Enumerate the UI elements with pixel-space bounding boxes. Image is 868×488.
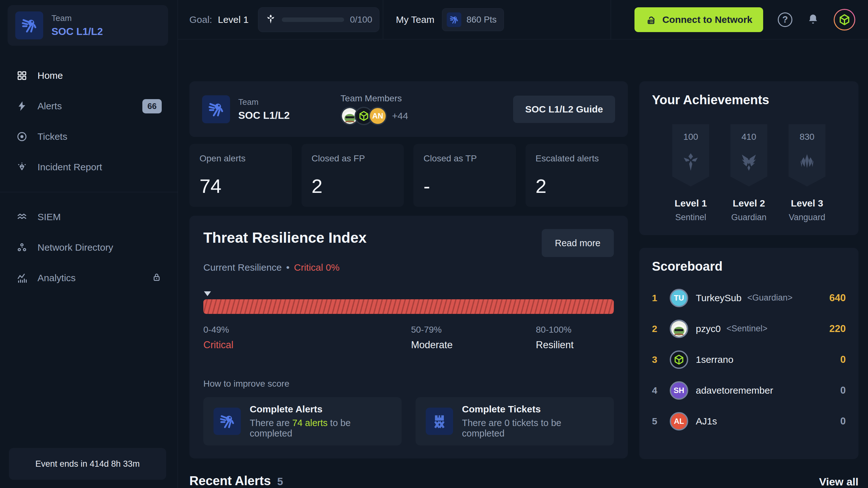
right-column: Your Achievements 100 Level 1 Sentinel — [639, 81, 859, 488]
team-points: 860 Pts — [466, 14, 497, 25]
recent-alerts-header: Recent Alerts 5 — [189, 474, 628, 488]
lock-icon — [152, 272, 162, 284]
tri-range: 0-49% — [203, 325, 234, 335]
scoreboard-row[interactable]: 3 1serrano 0 — [652, 344, 846, 375]
team-points-pill[interactable]: 860 Pts — [442, 8, 504, 31]
goal-label: Goal: — [189, 14, 212, 25]
achievement-level-3[interactable]: 830 Level 3 Vanguard — [782, 124, 832, 222]
team-label: Team — [238, 97, 290, 107]
threat-resilience-card: Threat Resilience Index Read more Curren… — [189, 216, 628, 458]
stat-open-alerts: Open alerts 74 — [189, 144, 292, 207]
team-bird-icon — [214, 407, 241, 435]
sidebar-item-label: Network Directory — [37, 242, 113, 253]
tri-state-moderate: Moderate — [411, 339, 453, 351]
scoreboard-card: Scoreboard 1 TU TurkeySub <Guardian> 640… — [639, 248, 859, 459]
notifications-bell-icon[interactable] — [807, 13, 819, 26]
stats-row: Open alerts 74 Closed as FP 2 Closed as … — [189, 144, 628, 207]
sidebar-nav: Home Alerts 66 Tickets Incident Report — [0, 60, 178, 293]
tri-position-marker — [204, 291, 211, 296]
content: Team SOC L1/L2 Team Members AN +44 SOC L… — [178, 39, 868, 488]
tri-status: Critical 0% — [294, 262, 339, 273]
event-countdown-text: Event ends in 414d 8h 33m — [35, 459, 140, 469]
topbar-actions: Connect to Network ? — [611, 0, 868, 39]
alerts-highlight: 74 alerts — [292, 418, 328, 428]
achievements-title: Your Achievements — [652, 93, 846, 107]
improve-score-label: How to improve score — [203, 379, 614, 389]
sentinel-emblem-icon — [680, 152, 701, 173]
chart-icon — [16, 272, 28, 284]
avatar: AL — [670, 412, 688, 430]
gem-icon — [16, 161, 28, 173]
topbar: Goal: Level 1 0/100 My Team 860 Pts — [178, 0, 868, 39]
team-guide-button[interactable]: SOC L1/L2 Guide — [513, 96, 615, 123]
tri-state-resilient: Resilient — [536, 339, 574, 351]
team-name: SOC L1/L2 — [238, 110, 290, 121]
complete-alerts-card[interactable]: Complete Alerts There are 74 alerts to b… — [203, 397, 402, 446]
recent-alerts-count: 5 — [277, 476, 283, 488]
tri-range-labels: 0-49% Critical 50-79% Moderate 80-100% R… — [203, 325, 614, 360]
achievement-banner: 830 — [788, 124, 826, 186]
main-area: Goal: Level 1 0/100 My Team 860 Pts — [178, 0, 868, 488]
sidebar-item-analytics[interactable]: Analytics — [0, 263, 178, 293]
sidebar-item-label: SIEM — [37, 212, 61, 222]
read-more-button[interactable]: Read more — [542, 229, 614, 257]
achievement-banner: 100 — [672, 124, 709, 186]
sidebar-item-network-directory[interactable]: Network Directory — [0, 232, 178, 263]
achievement-level-1[interactable]: 100 Level 1 Sentinel — [665, 124, 716, 222]
connect-to-network-button[interactable]: Connect to Network — [634, 7, 763, 32]
view-all-link[interactable]: View all — [639, 476, 859, 488]
stat-escalated: Escalated alerts 2 — [526, 144, 628, 207]
scoreboard-row[interactable]: 5 AL AJ1s 0 — [652, 406, 846, 436]
event-countdown: Event ends in 414d 8h 33m — [9, 448, 166, 480]
cube-avatar — [670, 350, 688, 369]
stat-closed-tp: Closed as TP - — [413, 144, 516, 207]
goal-progress-track — [282, 18, 344, 22]
member-avatar-initials[interactable]: AN — [369, 107, 387, 125]
sidebar-item-incident-report[interactable]: Incident Report — [0, 152, 178, 182]
cloud-server-icon — [645, 14, 657, 25]
goal-value: Level 1 — [218, 14, 249, 25]
sidebar-divider — [0, 192, 178, 192]
waves-icon — [16, 211, 28, 223]
sidebar-item-alerts[interactable]: Alerts 66 — [0, 91, 178, 121]
sidebar-team-card[interactable]: Team SOC L1/L2 — [8, 5, 168, 46]
goal-progress-count: 0/100 — [350, 14, 372, 25]
sidebar-item-label: Home — [37, 70, 63, 81]
goal-progress-pill[interactable]: 0/100 — [258, 7, 379, 32]
grid-icon — [16, 69, 28, 82]
sidebar-item-label: Incident Report — [37, 162, 102, 173]
sentinel-emblem-icon — [265, 14, 276, 26]
castle-icon — [426, 407, 453, 435]
scoreboard-row[interactable]: 1 TU TurkeySub <Guardian> 640 — [652, 282, 846, 313]
user-avatar[interactable] — [834, 9, 855, 30]
tri-range: 50-79% — [411, 325, 453, 335]
sidebar: Team SOC L1/L2 Home Alerts 66 — [0, 0, 178, 488]
team-header-card: Team SOC L1/L2 Team Members AN +44 SOC L… — [189, 81, 628, 137]
tri-subtitle-label: Current Resilience — [203, 262, 282, 273]
scoreboard-title: Scoreboard — [652, 259, 846, 274]
cube-avatar-icon — [835, 10, 854, 30]
sidebar-item-tickets[interactable]: Tickets — [0, 121, 178, 152]
achievement-banner: 410 — [731, 124, 767, 186]
scoreboard-row[interactable]: 2 pzyc0 <Sentinel> 220 — [652, 313, 846, 344]
achievement-level-2[interactable]: 410 Level 2 Guardian — [723, 124, 774, 222]
team-name: SOC L1/L2 — [52, 26, 103, 37]
sidebar-item-label: Analytics — [37, 273, 75, 283]
help-icon[interactable]: ? — [778, 12, 793, 27]
connect-button-label: Connect to Network — [662, 14, 752, 25]
my-team-section: My Team 860 Pts — [383, 0, 611, 39]
guardian-emblem-icon — [738, 152, 760, 173]
sidebar-item-siem[interactable]: SIEM — [0, 202, 178, 232]
tri-title: Threat Resilience Index — [203, 229, 367, 246]
main-column: Team SOC L1/L2 Team Members AN +44 SOC L… — [189, 81, 628, 488]
avatar: SH — [670, 381, 688, 400]
scoreboard-row[interactable]: 4 SH adavetoremember 0 — [652, 375, 846, 406]
complete-tickets-card[interactable]: Complete Tickets There are 0 tickets to … — [415, 397, 614, 446]
my-team-label: My Team — [396, 14, 434, 25]
team-logo — [202, 95, 230, 123]
sidebar-item-home[interactable]: Home — [0, 60, 178, 91]
tri-striped-bar — [203, 299, 614, 314]
target-icon — [16, 130, 28, 143]
team-label: Team — [52, 13, 103, 23]
vanguard-emblem-icon — [797, 152, 817, 173]
